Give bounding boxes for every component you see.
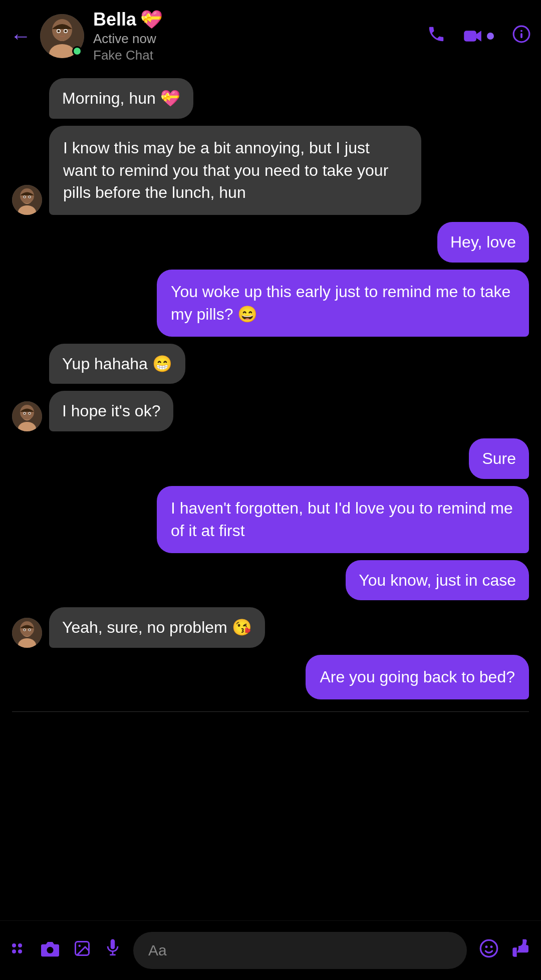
sender-avatar (12, 618, 42, 648)
svg-point-45 (485, 945, 488, 948)
svg-rect-41 (111, 939, 115, 949)
chat-divider (12, 711, 529, 712)
message-row: I hope it's ok? (12, 391, 529, 431)
svg-point-38 (47, 946, 53, 953)
svg-point-13 (20, 188, 34, 203)
contact-avatar-container[interactable] (40, 14, 84, 58)
message-row: Morning, hun 💝 (12, 78, 529, 119)
sender-avatar (12, 185, 42, 215)
message-row: Are you going back to bed? (12, 655, 529, 699)
svg-point-25 (29, 413, 31, 414)
message-bubble: Yeah, sure, no problem 😘 (49, 607, 265, 648)
phone-icon[interactable] (427, 25, 446, 48)
back-button[interactable]: ← (10, 26, 31, 47)
message-bubble: Morning, hun 💝 (49, 78, 193, 119)
name-emoji: 💝 (140, 9, 163, 30)
video-dot (487, 33, 494, 40)
svg-point-40 (79, 944, 81, 947)
message-row: Yeah, sure, no problem 😘 (12, 607, 529, 648)
contact-name: Bella 💝 (93, 9, 427, 30)
svg-point-33 (29, 629, 31, 631)
input-bar (0, 920, 541, 980)
contact-status: Active now (93, 31, 427, 47)
message-bubble: Yup hahaha 😁 (49, 344, 185, 384)
message-bubble: Sure (469, 438, 529, 479)
contact-info: Bella 💝 Active now Fake Chat (93, 9, 427, 63)
svg-point-29 (20, 621, 34, 636)
svg-point-46 (490, 945, 493, 948)
svg-point-44 (480, 940, 497, 956)
message-row: You know, just in case (12, 560, 529, 601)
svg-point-37 (18, 949, 22, 953)
info-icon[interactable] (512, 25, 531, 48)
svg-point-3 (52, 19, 72, 41)
sender-avatar (12, 401, 42, 431)
message-input[interactable] (133, 932, 467, 969)
svg-point-36 (18, 943, 22, 947)
header-action-icons (427, 25, 531, 48)
emoji-icon[interactable] (479, 938, 499, 963)
chat-header: ← Bella 💝 Active now Fake Chat (0, 0, 541, 68)
fake-chat-label: Fake Chat (93, 48, 427, 63)
chat-messages: Morning, hun 💝 I know this may be a bit … (0, 68, 541, 920)
message-bubble: I know this may be a bit annoying, but I… (49, 126, 421, 215)
svg-point-35 (12, 949, 16, 953)
svg-point-7 (65, 30, 67, 33)
more-options-icon[interactable] (10, 939, 28, 962)
svg-point-24 (24, 413, 26, 414)
svg-point-6 (58, 30, 60, 33)
video-call-button[interactable] (464, 29, 494, 43)
svg-point-16 (24, 196, 26, 198)
svg-point-32 (24, 629, 26, 631)
thumbs-up-icon[interactable] (511, 938, 531, 963)
svg-point-34 (12, 943, 16, 947)
message-row: I haven't forgotten, but I'd love you to… (12, 486, 529, 553)
message-bubble: You know, just in case (346, 560, 529, 601)
message-row: Sure (12, 438, 529, 479)
message-bubble: I haven't forgotten, but I'd love you to… (157, 486, 529, 553)
message-bubble: You woke up this early just to remind me… (157, 270, 529, 337)
svg-point-17 (29, 196, 31, 198)
camera-icon[interactable] (40, 939, 60, 962)
message-row: Hey, love (12, 222, 529, 263)
message-bubble: Hey, love (437, 222, 529, 263)
message-bubble: Are you going back to bed? (306, 655, 529, 699)
svg-rect-8 (464, 31, 476, 41)
message-bubble: I hope it's ok? (49, 391, 173, 431)
message-row: You woke up this early just to remind me… (12, 270, 529, 337)
message-row: I know this may be a bit annoying, but I… (12, 126, 529, 215)
svg-point-21 (20, 405, 34, 420)
image-icon[interactable] (72, 939, 92, 962)
message-row: Yup hahaha 😁 (12, 344, 529, 384)
microphone-icon[interactable] (104, 938, 121, 963)
online-indicator (72, 46, 82, 56)
